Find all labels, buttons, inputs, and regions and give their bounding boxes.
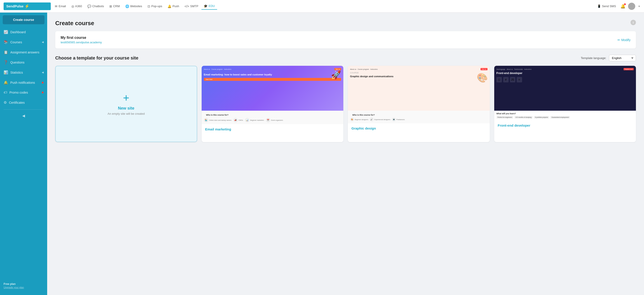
modify-button[interactable]: ✏ Modify	[618, 38, 630, 42]
nav-item-email[interactable]: ✉ Email	[52, 3, 68, 10]
sidebar-certificates-label: Certificates	[9, 101, 25, 104]
design-decoration: 🎨	[477, 72, 488, 83]
notification-dot	[624, 3, 626, 5]
sidebar-dashboard-label: Dashboard	[10, 30, 26, 34]
email-preview-nav-link2: Course program	[211, 68, 223, 70]
course-card-info: My first course test656565.sendpulse.aca…	[61, 36, 102, 44]
html-icon: ⟨⟩	[496, 77, 502, 82]
nav-item-a360[interactable]: ◎ A360	[69, 3, 84, 10]
audience-4-label: Event organizers	[271, 120, 283, 121]
assignment-icon: 📋	[4, 50, 8, 54]
store-icon: 🏪	[204, 118, 208, 122]
frontend-developer-template-card[interactable]: Startingpage About us Testimonials Instr…	[494, 66, 636, 142]
audience-2-label: CMOs	[239, 120, 243, 121]
info-icon[interactable]: i	[630, 20, 636, 25]
crm-nav-icon: ⊞	[109, 4, 112, 8]
graphic-signup-btn: Sign up	[480, 68, 487, 70]
email-preview-nav-link3: Instructors	[224, 68, 232, 70]
new-site-sublabel: An empty site will be created	[108, 112, 144, 116]
avatar-chevron-icon[interactable]: ▼	[638, 5, 640, 8]
logo[interactable]: SendPulse ⚡	[4, 2, 51, 10]
nav-item-popups[interactable]: ⊡ Pop-ups	[145, 3, 164, 10]
nav-item-edu[interactable]: 🎓 EDU	[202, 3, 217, 10]
frontend-template-name: Front-end developer	[498, 124, 632, 127]
sidebar-item-push-notifications[interactable]: 🔔 Push notifications	[0, 78, 47, 88]
sidebar-item-certificates[interactable]: ⚙ Certificates	[0, 98, 47, 108]
plus-icon: +	[123, 92, 129, 103]
user-avatar[interactable]	[628, 3, 635, 10]
statistics-arrow-icon: ◀	[42, 71, 44, 74]
language-select[interactable]: English Ukrainian Russian Spanish	[609, 55, 636, 61]
template-grid: + New site An empty site will be created…	[55, 66, 636, 142]
sidebar-item-courses[interactable]: 📚 Courses ◀	[0, 37, 47, 47]
email-preview-signup-btn: Sign up	[334, 68, 341, 70]
frontend-nav-link3: Testimonials	[514, 68, 523, 70]
sidebar-item-promo-codes[interactable]: 🏷 Promo codes	[0, 88, 47, 98]
frontend-nav-link1: Startingpage	[496, 68, 506, 70]
email-marketing-template-card[interactable]: About us Course program Instructors Sign…	[202, 66, 344, 142]
email-template-name: Email marketing	[205, 127, 340, 131]
main-layout: Create course 📈 Dashboard 📚 Courses ◀ 📋 …	[0, 12, 644, 295]
nav-item-websites[interactable]: 🌐 Websites	[123, 3, 144, 10]
edu-nav-icon: 🎓	[204, 4, 208, 8]
new-site-label: New site	[118, 106, 134, 111]
nav-item-crm[interactable]: ⊞ CRM	[107, 3, 122, 10]
email-audience-2: 📣 CMOs	[233, 118, 243, 122]
nav-items: ✉ Email ◎ A360 💬 Chatbots ⊞ CRM 🌐 Websit…	[52, 3, 594, 10]
course-card: My first course test656565.sendpulse.aca…	[55, 31, 636, 48]
notifications-bell[interactable]: 🔔	[620, 4, 625, 9]
graphic-preview-hero: Graphic design and communications	[350, 75, 432, 78]
nav-right: 📱 Send SMS 🔔 ▼	[596, 3, 640, 10]
frontend-template-preview: Startingpage About us Testimonials Instr…	[494, 66, 636, 111]
nav-item-chatbots[interactable]: 💬 Chatbots	[85, 3, 106, 10]
nav-a360-label: A360	[75, 4, 82, 8]
rocket-icon: 🚀	[331, 70, 341, 80]
sidebar-item-assignment-answers[interactable]: 📋 Assignment answers	[0, 47, 47, 57]
sidebar-item-questions[interactable]: ❓ Questions	[0, 57, 47, 67]
template-lang-label: Template language:	[581, 56, 606, 60]
nav-email-label: Email	[58, 4, 66, 8]
nav-item-smtp[interactable]: </> SMTP	[182, 3, 200, 10]
upgrade-plan-link[interactable]: Upgrade your plan	[4, 286, 44, 289]
email-template-bottom: Who is this course for? 🏪 Online store a…	[202, 111, 344, 124]
frontend-what-learn: What will you learn? Perfect for beginne…	[494, 111, 636, 120]
sidebar-item-dashboard[interactable]: 📈 Dashboard	[0, 27, 47, 37]
push-notif-icon: 🔔	[4, 80, 8, 85]
freelancer-icon: 💻	[392, 118, 396, 122]
email-template-preview: About us Course program Instructors Sign…	[202, 66, 344, 111]
nav-chatbots-label: Chatbots	[92, 4, 104, 8]
graphic-template-footer: Graphic design	[348, 123, 490, 133]
certificates-icon: ⚙	[4, 100, 7, 104]
css-icon: #	[503, 77, 508, 82]
push-nav-icon: 🔔	[168, 4, 171, 8]
course-url[interactable]: test656565.sendpulse.academy	[61, 41, 102, 44]
graphic-audience-2: 🖌 Experienced designers	[370, 118, 390, 122]
create-course-button[interactable]: Create course	[3, 15, 44, 24]
sidebar-divider	[4, 109, 44, 110]
frontend-tags-row: Perfect for beginners 6.5 months of stud…	[496, 116, 634, 118]
graphic-nav-link3: Instructors	[370, 68, 378, 70]
graphic-nav-link2: Course program	[358, 68, 369, 70]
new-site-template-card[interactable]: + New site An empty site will be created	[55, 66, 197, 142]
push-notification-dot	[42, 82, 44, 84]
sidebar-questions-label: Questions	[10, 60, 24, 64]
frontend-tech-icons: ⟨⟩ # JS ⚛	[496, 77, 634, 82]
send-sms-button[interactable]: 📱 Send SMS	[596, 4, 618, 9]
email-preview-nav-link1: About us	[204, 68, 210, 70]
questions-icon: ❓	[4, 60, 8, 64]
audience-3-label: Beginner marketers	[250, 120, 264, 121]
popups-nav-icon: ⊡	[148, 4, 150, 8]
graphic-design-template-card[interactable]: About us Course program Instructors Sign…	[348, 66, 490, 142]
tag-months: 6.5 months of studying	[514, 116, 532, 118]
nav-push-label: Push	[172, 4, 179, 8]
email-preview-hero: Email marketing: how to boost sales and …	[204, 73, 279, 76]
nav-item-push[interactable]: 🔔 Push	[165, 3, 182, 10]
email-audience-4: 📅 Event organizers	[266, 118, 283, 122]
graphic-template-preview: About us Course program Instructors Sign…	[348, 66, 490, 111]
sidebar-item-statistics[interactable]: 📊 Statistics ◀	[0, 67, 47, 78]
frontend-preview-hero: Front-end developer	[496, 72, 634, 75]
frontend-nav-link4: Instructors	[524, 68, 532, 70]
sidebar-collapse-button[interactable]: ◀	[0, 111, 47, 120]
email-audience-3: 📊 Beginner marketers	[245, 118, 264, 122]
template-language-selector: Template language: English Ukrainian Rus…	[581, 55, 636, 61]
